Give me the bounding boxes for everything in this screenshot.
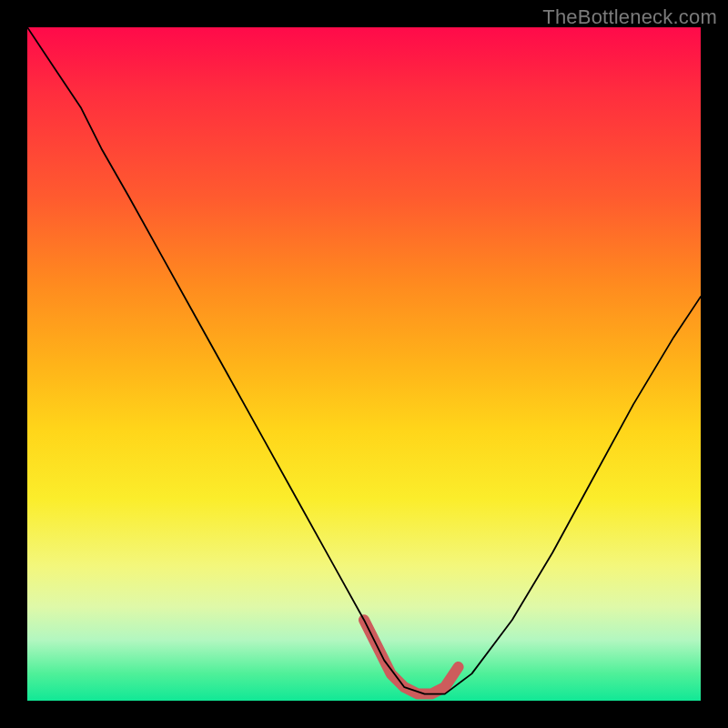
watermark-text: TheBottleneck.com [542, 5, 717, 29]
chart-frame: TheBottleneck.com [0, 0, 728, 728]
bottleneck-curve [27, 27, 701, 694]
curve-layer [27, 27, 701, 701]
plot-area [27, 27, 701, 701]
